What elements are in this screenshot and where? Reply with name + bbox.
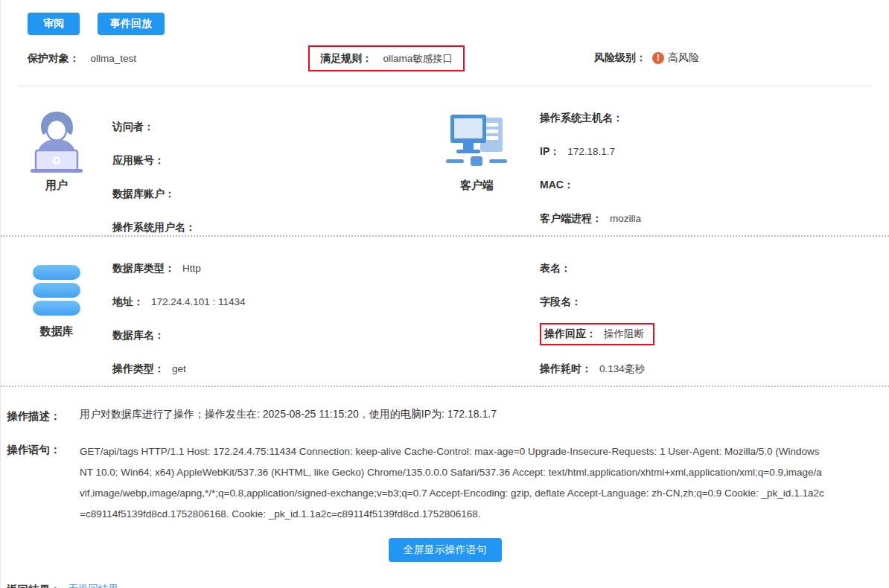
protect-object-value: ollma_test: [90, 53, 136, 64]
field-label: 客户端进程：: [540, 212, 602, 226]
operation-description-label: 操作描述：: [7, 408, 71, 424]
operation-statement-value: GET/api/tags HTTP/1.1 Host: 172.24.4.75:…: [80, 441, 824, 525]
field-visitor: 访问者：: [112, 110, 414, 144]
field-label: MAC：: [540, 179, 574, 192]
field-ip: IP： 172.18.1.7: [540, 135, 889, 168]
field-value: 172.18.1.7: [567, 146, 615, 157]
return-result-label: 返回结果：: [7, 581, 61, 588]
user-entity: 用户: [1, 97, 112, 244]
user-entity-label: 用户: [45, 179, 68, 193]
risk-level-value: 高风险: [668, 51, 699, 65]
field-label: 字段名：: [540, 295, 581, 309]
database-fields: 数据库类型： Http 地址： 172.24.4.101 : 11434 数据库…: [112, 252, 414, 386]
table-fields: 表名： 字段名： 操作回应： 操作阻断 操作耗时： 0.134毫秒: [540, 252, 889, 386]
protect-object: 保护对象： ollma_test: [28, 51, 136, 65]
matched-rule-value: ollama敏感接口: [383, 53, 453, 64]
summary-row: 保护对象： ollma_test 满足规则： ollama敏感接口 风险级别： …: [1, 45, 889, 80]
field-op-type: 操作类型： get: [112, 352, 414, 386]
fullscreen-button-wrap: 全屏显示操作语句: [1, 538, 889, 562]
user-fields: 访问者： 应用账号： 数据库账户： 操作系统用户名：: [112, 97, 414, 244]
client-fields: 操作系统主机名： IP： 172.18.1.7 MAC： 客户端进程： mozi…: [540, 97, 889, 244]
risk-level-label: 风险级别：: [594, 51, 646, 65]
operation-description-row: 操作描述： 用户对数据库进行了操作；操作发生在: 2025-08-25 11:1…: [7, 408, 889, 424]
field-db-type: 数据库类型： Http: [112, 252, 414, 285]
fullscreen-statement-button[interactable]: 全屏显示操作语句: [389, 538, 502, 562]
field-label: 操作系统主机名：: [540, 112, 623, 125]
divider: [1, 386, 889, 387]
user-laptop-icon: [21, 106, 92, 177]
field-label: 操作系统用户名：: [112, 221, 196, 234]
field-os-username: 操作系统用户名：: [112, 211, 414, 244]
client-entity-label: 客户端: [460, 179, 494, 193]
field-label: 访问者：: [112, 121, 154, 134]
field-client-process: 客户端进程： mozilla: [540, 202, 889, 235]
field-label: 数据库账户：: [112, 188, 175, 201]
field-label: 数据库名：: [112, 329, 165, 342]
field-op-response: 操作回应： 操作阻断: [540, 319, 889, 352]
field-value: get: [172, 363, 186, 374]
risk-level: 风险级别： ! 高风险: [594, 51, 699, 65]
database-entity-label: 数据库: [40, 325, 74, 339]
client-entity: 客户端: [414, 97, 540, 244]
database-icon: [25, 261, 88, 323]
field-label: 应用账号：: [112, 154, 165, 167]
field-table-name: 表名：: [540, 252, 889, 285]
matched-rule-highlight-box: 满足规则： ollama敏感接口: [308, 45, 465, 71]
matched-rule-label: 满足规则：: [320, 52, 372, 64]
field-label: IP：: [540, 145, 560, 159]
operation-description-value: 用户对数据库进行了操作；操作发生在: 2025-08-25 11:15:20，使…: [80, 408, 497, 421]
field-db-account: 数据库账户：: [112, 177, 414, 211]
field-op-duration: 操作耗时： 0.134毫秒: [540, 352, 889, 386]
field-value: mozilla: [610, 213, 641, 224]
field-address: 地址： 172.24.4.101 : 11434: [112, 285, 414, 319]
operation-statement-label: 操作语句：: [7, 441, 71, 457]
review-button[interactable]: 审阅: [28, 13, 80, 35]
database-entity-spacer: [414, 252, 540, 386]
client-computer-icon: [442, 106, 513, 177]
field-mac: MAC：: [540, 168, 889, 202]
field-label: 操作回应：: [544, 327, 596, 341]
field-value: 0.134毫秒: [599, 362, 645, 376]
return-result-row: 返回结果： 无返回结果: [7, 581, 889, 588]
field-label: 数据库类型：: [112, 262, 175, 275]
field-value: 172.24.4.101 : 11434: [151, 296, 246, 307]
field-label: 操作类型：: [112, 362, 165, 376]
operation-statement-row: 操作语句： GET/api/tags HTTP/1.1 Host: 172.24…: [7, 441, 889, 525]
database-entity: 数据库: [1, 252, 112, 386]
field-os-hostname: 操作系统主机名：: [540, 101, 889, 135]
field-label: 操作耗时：: [540, 362, 592, 376]
protect-object-label: 保护对象：: [28, 52, 80, 64]
op-response-highlight-box: 操作回应： 操作阻断: [540, 323, 654, 345]
high-risk-warning-icon: !: [652, 52, 664, 64]
field-label: 地址：: [112, 295, 144, 309]
no-return-result-link[interactable]: 无返回结果: [68, 583, 119, 588]
field-value: Http: [182, 263, 201, 274]
database-section: 数据库 数据库类型： Http 地址： 172.24.4.101 : 11434…: [1, 237, 889, 386]
user-client-section: 用户 访问者： 应用账号： 数据库账户： 操作系统用户名：: [1, 86, 889, 235]
event-replay-button[interactable]: 事件回放: [98, 13, 165, 35]
field-db-name: 数据库名：: [112, 319, 414, 352]
field-label: 表名：: [540, 262, 571, 275]
field-column-name: 字段名：: [540, 285, 889, 319]
field-app-account: 应用账号：: [112, 144, 414, 177]
toolbar: 审阅 事件回放: [1, 0, 889, 35]
field-value: 操作阻断: [604, 327, 644, 341]
